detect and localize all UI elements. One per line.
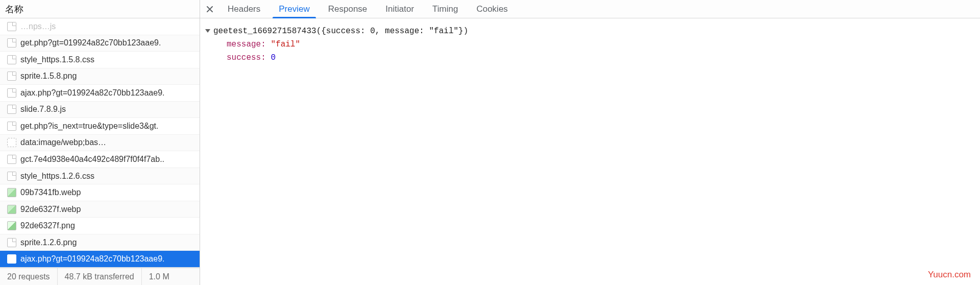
request-row-label: data:image/webp;bas… (20, 138, 106, 147)
request-row[interactable]: slide.7.8.9.js (0, 102, 200, 118)
request-row[interactable]: gct.7e4d938e40a4c492c489f7f0f4f7ab.. (0, 151, 200, 168)
close-icon[interactable] (202, 2, 217, 17)
image-file-icon (7, 205, 16, 214)
json-key: message: (227, 40, 271, 49)
request-row[interactable]: 92de6327f.png (0, 218, 200, 234)
request-row-label: 92de6327f.webp (20, 205, 81, 214)
json-value: "fail" (271, 40, 300, 49)
request-row-label: ajax.php?gt=019924a82c70bb123aae9. (20, 254, 165, 264)
request-row[interactable]: sprite.1.5.8.png (0, 68, 200, 85)
document-file-icon (7, 155, 16, 164)
document-file-icon (7, 238, 16, 247)
document-file-icon (7, 88, 16, 98)
callback-text: geetest_1669271587433({success: 0, messa… (213, 27, 468, 36)
request-row-label: 09b7341fb.webp (20, 188, 81, 197)
request-row[interactable]: data:image/webp;bas… (0, 135, 200, 152)
request-row-label: sprite.1.5.8.png (20, 72, 77, 81)
request-row[interactable]: 92de6327f.webp (0, 201, 200, 218)
request-row-label: get.php?gt=019924a82c70bb123aae9. (20, 38, 161, 48)
document-file-icon (7, 22, 16, 31)
detail-tabs: HeadersPreviewResponseInitiatorTimingCoo… (200, 0, 980, 18)
request-row-label: sprite.1.2.6.png (20, 238, 77, 247)
request-row[interactable]: …nps…js (0, 18, 200, 35)
expand-toggle-icon[interactable] (205, 29, 210, 33)
tab-preview[interactable]: Preview (270, 0, 318, 18)
json-property-line[interactable]: message: "fail" (205, 38, 975, 51)
tab-headers[interactable]: Headers (218, 0, 270, 18)
document-file-icon (7, 172, 16, 181)
request-row-label: 92de6327f.png (20, 221, 75, 230)
request-row-label: get.php?is_next=true&type=slide3&gt. (20, 122, 158, 131)
request-row[interactable]: sprite.1.2.6.png (0, 234, 200, 251)
status-requests: 20 requests (0, 268, 58, 285)
tab-initiator[interactable]: Initiator (376, 0, 423, 18)
preview-body: geetest_1669271587433({success: 0, messa… (200, 18, 980, 285)
request-row-label: style_https.1.5.8.css (20, 55, 94, 64)
document-file-icon (7, 38, 16, 48)
status-bar: 20 requests 48.7 kB transferred 1.0 M (0, 268, 200, 285)
request-row-label: slide.7.8.9.js (20, 105, 66, 114)
document-file-icon (7, 254, 16, 264)
request-row[interactable]: ajax.php?gt=019924a82c70bb123aae9. (0, 85, 200, 102)
data-uri-icon (7, 138, 16, 147)
request-row-label: ajax.php?gt=019924a82c70bb123aae9. (20, 88, 165, 98)
status-resources: 1.0 M (142, 268, 177, 285)
request-row-label: style_https.1.2.6.css (20, 172, 94, 181)
request-list-header: 名称 (0, 0, 200, 18)
json-key: success: (227, 53, 271, 62)
json-value: 0 (271, 53, 276, 62)
detail-panel: HeadersPreviewResponseInitiatorTimingCoo… (200, 0, 980, 285)
request-row[interactable]: style_https.1.2.6.css (0, 168, 200, 185)
request-row[interactable]: get.php?gt=019924a82c70bb123aae9. (0, 35, 200, 52)
network-request-panel: 名称 …nps…jsget.php?gt=019924a82c70bb123aa… (0, 0, 200, 285)
document-file-icon (7, 55, 16, 64)
status-transferred: 48.7 kB transferred (58, 268, 142, 285)
document-file-icon (7, 72, 16, 81)
request-row-label: gct.7e4d938e40a4c492c489f7f0f4f7ab.. (20, 155, 164, 164)
image-file-icon (7, 188, 16, 197)
request-row[interactable]: style_https.1.5.8.css (0, 52, 200, 68)
tab-response[interactable]: Response (319, 0, 377, 18)
request-row[interactable]: ajax.php?gt=019924a82c70bb123aae9. (0, 251, 200, 268)
image-file-icon (7, 221, 16, 230)
tab-cookies[interactable]: Cookies (467, 0, 517, 18)
request-row-label: …nps…js (20, 22, 56, 31)
json-property-line[interactable]: success: 0 (205, 51, 975, 64)
document-file-icon (7, 122, 16, 131)
tab-timing[interactable]: Timing (423, 0, 467, 18)
document-file-icon (7, 105, 16, 114)
json-root-line[interactable]: geetest_1669271587433({success: 0, messa… (205, 25, 975, 38)
request-row[interactable]: get.php?is_next=true&type=slide3&gt. (0, 118, 200, 135)
request-row[interactable]: 09b7341fb.webp (0, 184, 200, 201)
request-list: …nps…jsget.php?gt=019924a82c70bb123aae9.… (0, 18, 200, 268)
